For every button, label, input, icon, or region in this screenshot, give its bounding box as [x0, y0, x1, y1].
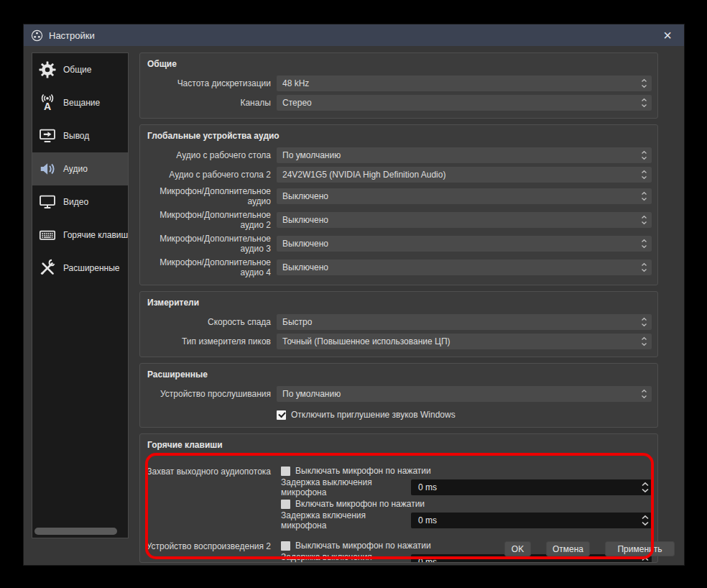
- combobox-value: Выключено: [282, 262, 641, 272]
- combobox-value: Стерео: [282, 98, 641, 108]
- setting-row-monitoring-device: Устройство прослушивания По умолчанию: [146, 386, 652, 402]
- combobox-value: По умолчанию: [282, 150, 641, 160]
- dialog-buttons: OK Отмена Применить: [504, 541, 675, 556]
- section-advanced: Расширенные Устройство прослушивания По …: [139, 363, 658, 428]
- section-title: Расширенные: [147, 369, 652, 380]
- updown-icon: [641, 262, 647, 273]
- checkbox-label: Выключать микрофон по нажатии: [295, 541, 431, 551]
- mic-aux-4-combobox[interactable]: Выключено: [277, 259, 652, 275]
- combobox-value: Выключено: [282, 191, 641, 201]
- hotkey-source-label: Захват выходного аудиопотока: [146, 465, 271, 531]
- sidebar-item-advanced[interactable]: Расширенные: [32, 252, 128, 285]
- spinbox-arrows[interactable]: [639, 479, 652, 495]
- push-to-mute-delay-row: Задержка выключения микрофона 0 ms: [281, 479, 652, 495]
- mic-aux-combobox[interactable]: Выключено: [277, 188, 652, 204]
- sidebar-item-hotkeys[interactable]: Горячие клавиш: [32, 219, 128, 252]
- checkbox-label: Включать микрофон по нажатии: [295, 499, 425, 509]
- push-to-mute-delay-spinbox[interactable]: 0 ms: [411, 479, 652, 495]
- scrollbar-thumb[interactable]: [34, 528, 117, 535]
- updown-icon: [641, 169, 647, 180]
- setting-label: Аудио с рабочего стола 2: [146, 170, 271, 180]
- checkbox-box: [277, 410, 286, 420]
- sidebar-item-label: Вещание: [63, 98, 100, 108]
- section-global-audio-devices: Глобальные устройства аудио Аудио с рабо…: [139, 124, 658, 285]
- section-general: Общие Частота дискретизации 48 kHz Канал…: [139, 52, 658, 119]
- sidebar-item-label: Вывод: [63, 131, 89, 141]
- mic-aux-3-combobox[interactable]: Выключено: [277, 236, 652, 252]
- push-to-talk-delay-row: Задержка включения микрофона 0 ms: [281, 513, 652, 528]
- video-icon: [38, 193, 57, 211]
- audio-settings-pane: Общие Частота дискретизации 48 kHz Канал…: [139, 52, 658, 569]
- setting-label: Микрофон/Дополнительное аудио 2: [146, 210, 271, 230]
- screenshot-background: Настройки ×: [0, 0, 707, 588]
- titlebar: Настройки ×: [24, 24, 684, 46]
- setting-row-sample-rate: Частота дискретизации 48 kHz: [146, 75, 652, 91]
- combobox-value: 48 kHz: [282, 78, 641, 88]
- sidebar-item-audio[interactable]: Аудио: [32, 152, 128, 185]
- setting-row-desktop-audio-2: Аудио с рабочего стола 2 24V2W1G5 (NVIDI…: [146, 167, 652, 183]
- monitoring-device-combobox[interactable]: По умолчанию: [277, 386, 652, 402]
- section-title: Общие: [147, 59, 652, 69]
- combobox-value: Выключено: [282, 239, 641, 249]
- ok-button[interactable]: OK: [504, 541, 531, 556]
- peak-meter-type-combobox[interactable]: Точный (Повышенное использование ЦП): [277, 334, 652, 349]
- settings-nav-list: Общие A Вещание: [32, 52, 129, 538]
- cancel-button[interactable]: Отмена: [546, 541, 590, 556]
- spin-updown-icon: [641, 513, 650, 528]
- sidebar-horizontal-scrollbar[interactable]: [34, 528, 121, 535]
- sidebar-item-label: Общие: [63, 65, 91, 75]
- channels-combobox[interactable]: Стерео: [277, 95, 652, 111]
- mic-aux-2-combobox[interactable]: Выключено: [277, 212, 652, 228]
- setting-label: Устройство прослушивания: [146, 389, 271, 399]
- sidebar-item-stream[interactable]: A Вещание: [32, 86, 128, 119]
- updown-icon: [641, 150, 647, 161]
- desktop-audio-2-combobox[interactable]: 24V2W1G5 (NVIDIA High Definition Audio): [277, 167, 652, 183]
- updown-icon: [641, 78, 647, 89]
- sample-rate-combobox[interactable]: 48 kHz: [277, 75, 652, 91]
- svg-text:A: A: [44, 101, 51, 112]
- disable-windows-audio-ducking-checkbox[interactable]: Отключить приглушение звуков Windows: [277, 408, 652, 421]
- setting-label: Микрофон/Дополнительное аудио: [146, 186, 271, 206]
- updown-icon: [641, 238, 647, 249]
- obs-logo-icon: [31, 29, 43, 42]
- sidebar-item-output[interactable]: Вывод: [32, 119, 128, 152]
- apply-button[interactable]: Применить: [605, 541, 675, 556]
- setting-label: Скорость спада: [146, 317, 271, 327]
- checkbox-box: [281, 500, 290, 509]
- gear-icon: [38, 60, 57, 79]
- hotkey-group-output-capture: Захват выходного аудиопотока Выключать м…: [146, 465, 652, 531]
- setting-row-mic-aux: Микрофон/Дополнительное аудио Выключено: [146, 186, 652, 206]
- setting-row-decay-rate: Скорость спада Быстро: [146, 314, 652, 330]
- spinbox-arrows[interactable]: [639, 513, 652, 528]
- spin-label: Задержка выключения микрофона: [281, 552, 411, 563]
- close-button[interactable]: ×: [658, 26, 677, 45]
- updown-icon: [641, 316, 647, 328]
- setting-label: Тип измерителя пиков: [146, 336, 271, 346]
- push-to-talk-checkbox[interactable]: Включать микрофон по нажатии: [281, 498, 652, 510]
- spinbox-value: 0 ms: [411, 482, 639, 492]
- checkbox-box: [281, 541, 290, 551]
- broadcast-icon: A: [38, 93, 57, 112]
- combobox-value: По умолчанию: [282, 389, 641, 399]
- decay-rate-combobox[interactable]: Быстро: [277, 314, 652, 330]
- sidebar-item-general[interactable]: Общие: [32, 53, 128, 86]
- sidebar-item-video[interactable]: Видео: [32, 185, 128, 219]
- setting-row-mic-aux-4: Микрофон/Дополнительное аудио 4 Выключен…: [146, 257, 652, 277]
- combobox-value: Выключено: [282, 215, 641, 225]
- hotkeys-icon: [38, 226, 57, 244]
- setting-row-mic-aux-3: Микрофон/Дополнительное аудио 3 Выключен…: [146, 234, 652, 254]
- setting-label: Каналы: [146, 98, 271, 108]
- setting-row-mic-aux-2: Микрофон/Дополнительное аудио 2 Выключен…: [146, 210, 652, 230]
- section-title: Глобальные устройства аудио: [147, 131, 652, 141]
- checkbox-box: [281, 467, 290, 476]
- updown-icon: [641, 388, 647, 400]
- push-to-mute-checkbox[interactable]: Выключать микрофон по нажатии: [281, 465, 652, 477]
- sidebar-item-label: Горячие клавиш: [63, 230, 128, 240]
- setting-label: Микрофон/Дополнительное аудио 4: [146, 257, 271, 277]
- checkbox-label: Отключить приглушение звуков Windows: [291, 410, 456, 420]
- settings-window: Настройки ×: [23, 24, 685, 566]
- combobox-value: Быстро: [282, 317, 641, 327]
- setting-row-peak-meter-type: Тип измерителя пиков Точный (Повышенное …: [146, 334, 652, 349]
- push-to-talk-delay-spinbox[interactable]: 0 ms: [411, 513, 652, 528]
- desktop-audio-combobox[interactable]: По умолчанию: [277, 147, 652, 163]
